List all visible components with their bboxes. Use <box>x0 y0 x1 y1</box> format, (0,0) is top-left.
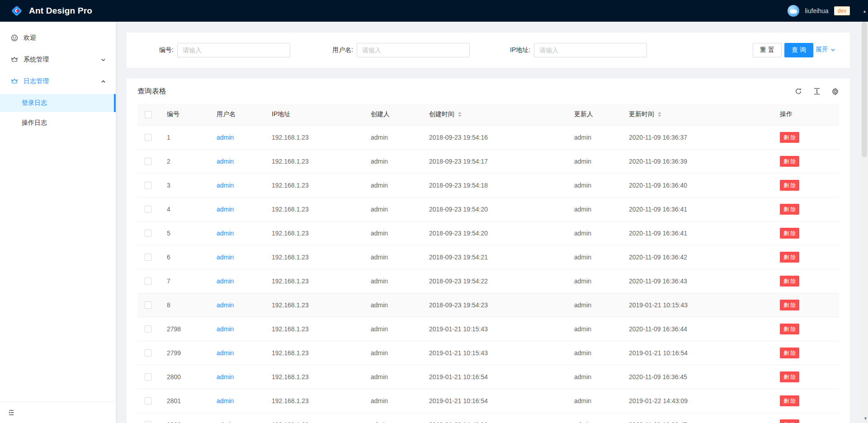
delete-button[interactable]: 删 除 <box>780 276 799 287</box>
username-link[interactable]: admin <box>217 325 234 333</box>
query-button[interactable]: 查 询 <box>784 43 813 57</box>
delete-button[interactable]: 删 除 <box>780 419 799 423</box>
row-checkbox[interactable] <box>145 254 152 261</box>
id-field[interactable] <box>177 43 290 57</box>
delete-button[interactable]: 删 除 <box>780 324 799 334</box>
delete-button[interactable]: 删 除 <box>780 252 799 263</box>
table-row: 2799 admin 192.168.1.23 admin 2019-01-21… <box>137 341 839 365</box>
row-select-cell <box>137 173 160 197</box>
row-actions-cell: 删 除 <box>773 365 839 389</box>
username-link[interactable]: admin <box>217 349 234 357</box>
sidebar-item-welcome[interactable]: 欢迎 <box>0 29 116 47</box>
sidebar-item-operation-log[interactable]: 操作日志 <box>0 114 116 132</box>
density-icon[interactable] <box>813 88 821 95</box>
row-ip-cell: 192.168.1.23 <box>264 293 363 317</box>
sidebar-footer <box>0 401 116 423</box>
delete-button[interactable]: 删 除 <box>780 180 799 191</box>
row-checkbox[interactable] <box>145 373 152 381</box>
row-select-cell <box>137 269 160 293</box>
header-cell-creator: 创建人 <box>363 104 422 125</box>
select-all-checkbox[interactable] <box>145 111 152 118</box>
crown-icon <box>11 56 18 63</box>
sidebar-item-login-log[interactable]: 登录日志 <box>0 94 116 112</box>
username-link[interactable]: admin <box>217 373 234 381</box>
table-row: 2798 admin 192.168.1.23 admin 2019-01-21… <box>137 317 839 341</box>
row-checkbox[interactable] <box>145 158 152 165</box>
row-username-cell: admin <box>209 293 264 317</box>
delete-button[interactable]: 删 除 <box>780 132 799 143</box>
vertical-scrollbar[interactable] <box>861 22 868 423</box>
row-checkbox[interactable] <box>145 230 152 237</box>
username-link[interactable]: admin <box>217 182 234 189</box>
row-id-cell: 2 <box>160 149 209 173</box>
delete-button[interactable]: 删 除 <box>780 156 799 167</box>
username-link[interactable]: admin <box>217 134 234 141</box>
row-ip-cell: 192.168.1.23 <box>264 149 363 173</box>
delete-button[interactable]: 删 除 <box>780 300 799 310</box>
scrollbar-up-arrow[interactable]: ▲ <box>863 9 867 14</box>
expand-link[interactable]: 展开 <box>816 46 835 54</box>
row-updater-cell: admin <box>567 341 622 365</box>
app-logo[interactable]: Ant Design Pro <box>0 4 92 18</box>
reset-button[interactable]: 重 置 <box>753 43 782 57</box>
username-link[interactable]: admin <box>217 421 234 423</box>
username-link[interactable]: admin <box>217 254 234 261</box>
row-actions-cell: 删 除 <box>773 125 839 149</box>
sort-carets-icon[interactable] <box>458 112 462 117</box>
delete-button[interactable]: 删 除 <box>780 371 799 382</box>
row-checkbox[interactable] <box>145 325 152 333</box>
row-id-cell: 8 <box>160 293 209 317</box>
row-updater-cell: admin <box>567 317 622 341</box>
sidebar-item-label: 日志管理 <box>24 77 49 85</box>
username-link[interactable]: admin <box>217 397 234 404</box>
username-link[interactable]: admin <box>217 158 234 165</box>
delete-button[interactable]: 删 除 <box>780 228 799 239</box>
reload-icon[interactable] <box>794 88 802 95</box>
row-checkbox[interactable] <box>145 206 152 213</box>
row-checkbox[interactable] <box>145 134 152 141</box>
row-actions-cell: 删 除 <box>773 413 839 423</box>
expand-link-label: 展开 <box>816 46 828 54</box>
delete-button[interactable]: 删 除 <box>780 395 799 406</box>
row-created-cell: 2018-09-23 19:54:22 <box>422 269 567 293</box>
row-created-cell: 2018-09-23 19:54:21 <box>422 245 567 269</box>
ip-field[interactable] <box>534 43 647 57</box>
delete-button[interactable]: 删 除 <box>780 348 799 358</box>
username-link[interactable]: admin <box>217 230 234 237</box>
row-creator-cell: admin <box>363 245 422 269</box>
username-link[interactable]: admin <box>217 277 234 285</box>
header-label: 创建时间 <box>429 110 454 118</box>
sidebar-item-log-management[interactable]: 日志管理 <box>0 72 116 90</box>
row-updated-cell: 2020-11-09 16:36:47 <box>622 413 773 423</box>
row-actions-cell: 删 除 <box>773 293 839 317</box>
header-cell-select-all <box>137 104 160 125</box>
user-avatar[interactable] <box>788 5 799 17</box>
row-checkbox[interactable] <box>145 421 152 423</box>
row-actions-cell: 删 除 <box>773 149 839 173</box>
username-field-label: 用户名: <box>332 46 353 54</box>
menu-fold-icon[interactable] <box>8 409 15 416</box>
username-link[interactable]: admin <box>217 206 234 213</box>
row-checkbox[interactable] <box>145 397 152 404</box>
query-table: 编号 用户名 IP地址 创建人 创建时间 更新人 更新时间 操作 <box>137 104 839 423</box>
delete-button[interactable]: 删 除 <box>780 204 799 215</box>
row-checkbox[interactable] <box>145 277 152 285</box>
scrollbar-thumb[interactable] <box>862 22 867 157</box>
row-checkbox[interactable] <box>145 182 152 189</box>
scrollbar-down-arrow[interactable]: ▼ <box>863 416 868 421</box>
row-ip-cell: 192.168.1.23 <box>264 413 363 423</box>
username-field[interactable] <box>357 43 470 57</box>
header-cell-updated-time[interactable]: 更新时间 <box>622 104 773 125</box>
row-ip-cell: 192.168.1.23 <box>264 365 363 389</box>
row-actions-cell: 删 除 <box>773 389 839 413</box>
settings-gear-icon[interactable] <box>831 88 839 95</box>
row-updated-cell: 2020-11-09 16:36:43 <box>622 269 773 293</box>
header-cell-created-time[interactable]: 创建时间 <box>422 104 567 125</box>
row-checkbox[interactable] <box>145 349 152 357</box>
sort-carets-icon[interactable] <box>658 112 661 117</box>
row-checkbox[interactable] <box>145 301 152 309</box>
username-link[interactable]: admin <box>217 301 234 309</box>
sidebar-item-system-management[interactable]: 系统管理 <box>0 51 116 69</box>
row-id-cell: 5 <box>160 221 209 245</box>
user-name[interactable]: liufeihua <box>805 7 828 14</box>
